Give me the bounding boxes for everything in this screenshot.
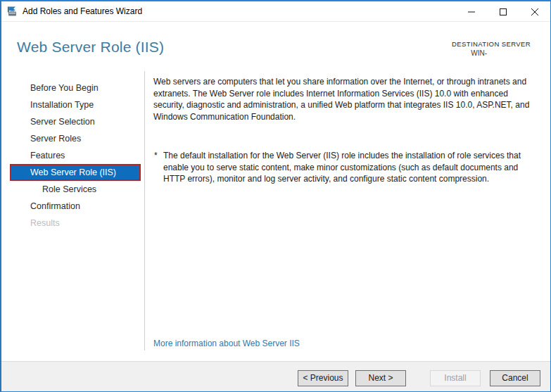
window-title: Add Roles and Features Wizard xyxy=(23,6,142,16)
sidebar-item-role-services[interactable]: Role Services xyxy=(1,181,144,198)
minimize-icon xyxy=(468,8,475,15)
bullet-text: The default installation for the Web Ser… xyxy=(163,150,538,185)
install-button[interactable]: Install xyxy=(430,370,481,386)
sidebar-item-confirmation[interactable]: Confirmation xyxy=(1,198,144,215)
window-controls xyxy=(455,1,550,22)
sidebar-item-results: Results xyxy=(1,215,144,232)
destination-server-label: DESTINATION SERVER xyxy=(452,40,531,48)
destination-server-block: DESTINATION SERVER WIN- xyxy=(452,40,531,57)
sidebar-item-server-roles[interactable]: Server Roles xyxy=(1,130,144,147)
close-icon xyxy=(531,8,538,15)
server-manager-icon xyxy=(6,6,18,17)
sidebar-content-divider xyxy=(144,71,145,350)
sidebar-item-installation-type[interactable]: Installation Type xyxy=(1,96,144,113)
maximize-icon xyxy=(500,8,507,15)
minimize-button[interactable] xyxy=(455,1,487,22)
sidebar-item-server-selection[interactable]: Server Selection xyxy=(1,113,144,130)
next-button[interactable]: Next > xyxy=(355,370,406,386)
title-bar: Add Roles and Features Wizard xyxy=(1,1,550,22)
sidebar-item-before-you-begin[interactable]: Before You Begin xyxy=(1,80,144,96)
previous-button[interactable]: < Previous xyxy=(298,370,348,386)
maximize-button[interactable] xyxy=(487,1,519,22)
wizard-steps-nav: Before You Begin Installation Type Serve… xyxy=(1,80,144,232)
cancel-button[interactable]: Cancel xyxy=(490,370,540,386)
role-description-text: Web servers are computers that let you s… xyxy=(153,76,538,122)
wizard-footer: < Previous Next > Install Cancel xyxy=(1,361,550,391)
sidebar-item-web-server-role-iis[interactable]: Web Server Role (IIS) xyxy=(10,164,141,181)
close-button[interactable] xyxy=(519,1,550,22)
page-title: Web Server Role (IIS) xyxy=(17,39,164,56)
add-roles-features-wizard-window: Add Roles and Features Wizard Web Server… xyxy=(0,0,551,392)
more-information-link[interactable]: More information about Web Server IIS xyxy=(153,339,300,348)
destination-server-name: WIN- xyxy=(452,49,531,57)
sidebar-item-features[interactable]: Features xyxy=(1,147,144,164)
role-default-install-bullet: * The default installation for the Web S… xyxy=(154,150,538,185)
bullet-marker: * xyxy=(154,150,163,185)
